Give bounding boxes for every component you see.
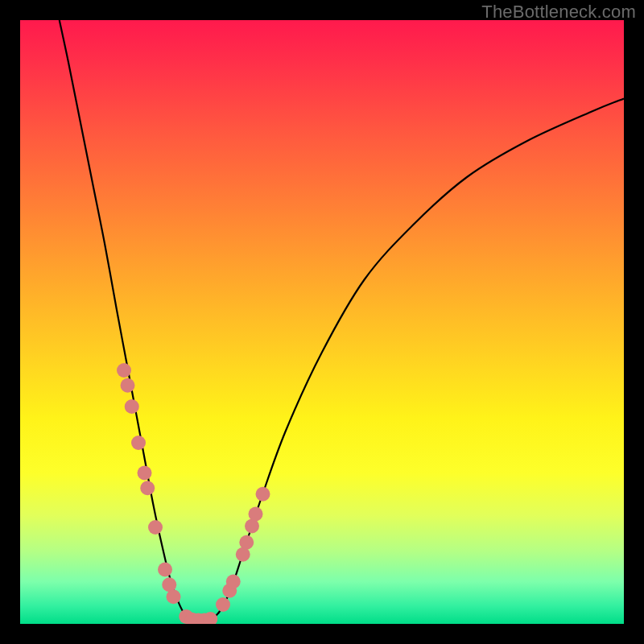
data-marker [167,589,181,604]
data-marker [125,399,139,414]
data-marker [216,597,230,612]
data-marker [256,487,270,502]
data-marker [138,466,152,481]
watermark-text: TheBottleneck.com [481,2,636,23]
data-marker [117,363,131,378]
bottleneck-curve [60,20,624,622]
data-marker [140,481,155,495]
plot-area [20,20,624,624]
data-marker [226,575,241,589]
data-marker [121,378,135,393]
data-marker [158,563,172,577]
data-marker [249,507,263,522]
data-marker [148,520,163,535]
data-marker [239,535,254,550]
chart-svg [20,20,624,624]
chart-frame: TheBottleneck.com [0,0,644,644]
data-marker [131,436,146,450]
